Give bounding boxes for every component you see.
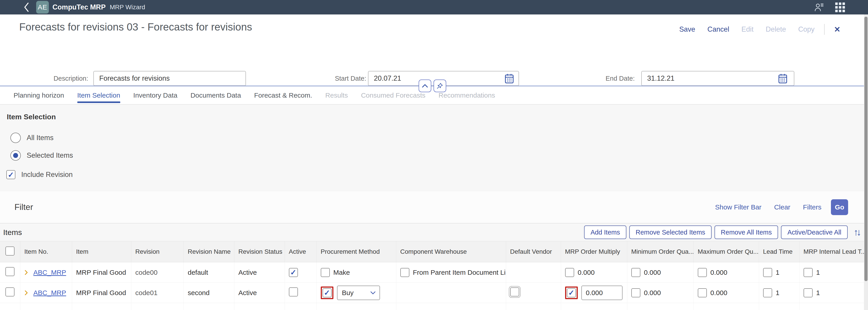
- col-revision-name[interactable]: Revision Name: [184, 241, 234, 262]
- table-row: ABC_MRP MRP Final Good code00 default Ac…: [0, 262, 868, 283]
- col-active[interactable]: Active: [285, 241, 316, 262]
- delete-button: Delete: [766, 25, 786, 33]
- mrp-internal-lead-value: 1: [816, 269, 820, 276]
- filter-title: Filter: [14, 203, 33, 212]
- app-avatar: AE: [36, 1, 49, 13]
- include-revision-checkbox[interactable]: [6, 170, 16, 179]
- show-filter-bar-link[interactable]: Show Filter Bar: [715, 203, 762, 211]
- tab-item-selection[interactable]: Item Selection: [77, 86, 120, 104]
- tab-planning-horizon[interactable]: Planning horizon: [13, 86, 64, 104]
- description-label: Description:: [19, 71, 88, 86]
- procurement-override-checkbox[interactable]: [321, 268, 330, 277]
- tab-results: Results: [325, 86, 348, 104]
- tab-forecast-recom[interactable]: Forecast & Recom.: [254, 86, 312, 104]
- revision-status-cell: Active: [234, 283, 285, 303]
- internal-lead-override-checkbox[interactable]: [804, 288, 813, 297]
- max-order-override-checkbox[interactable]: [698, 288, 707, 297]
- min-order-override-checkbox[interactable]: [631, 268, 640, 277]
- item-no-link[interactable]: ABC_MRP: [33, 269, 66, 276]
- col-mrp-order-multiply[interactable]: MRP Order Multiply: [561, 241, 627, 262]
- col-item[interactable]: Item: [72, 241, 131, 262]
- item-selection-heading: Item Selection: [7, 113, 56, 121]
- sort-icon[interactable]: ↑↓: [854, 227, 860, 238]
- go-button[interactable]: Go: [831, 199, 848, 215]
- end-date-input[interactable]: [641, 71, 794, 86]
- procurement-method-value: Make: [333, 269, 350, 276]
- filter-bar: Filter Show Filter Bar Clear Filters Go: [0, 191, 868, 223]
- end-date-calendar-icon[interactable]: [778, 73, 787, 84]
- procurement-override-checkbox[interactable]: [322, 288, 332, 297]
- expand-chevron-icon[interactable]: [24, 290, 28, 296]
- filters-link[interactable]: Filters: [803, 203, 822, 211]
- tab-recommendations: Recommendations: [438, 86, 495, 104]
- revision-cell: code01: [131, 283, 184, 303]
- app-launcher-grid-icon[interactable]: [835, 2, 845, 12]
- col-maximum-order-qty[interactable]: Maximum Order Qu...: [693, 241, 759, 262]
- active-deactive-all-button[interactable]: Active/Deactive All: [781, 225, 848, 239]
- expand-chevron-icon[interactable]: [24, 270, 28, 275]
- vendor-override-checkbox[interactable]: [510, 287, 519, 297]
- multiply-override-checkbox[interactable]: [565, 268, 574, 277]
- max-order-override-checkbox[interactable]: [698, 268, 707, 277]
- pin-header-button[interactable]: [434, 80, 446, 92]
- mrp-order-multiply-value: 0.000: [578, 269, 595, 276]
- col-mrp-internal-lead-time[interactable]: MRP Internal Lead T...: [799, 241, 868, 262]
- chevron-up-icon: [422, 84, 428, 88]
- back-button[interactable]: [24, 2, 29, 12]
- all-items-label: All Items: [27, 134, 54, 142]
- remove-all-items-button[interactable]: Remove All Items: [715, 225, 778, 239]
- description-input[interactable]: [93, 71, 246, 86]
- active-checkbox[interactable]: [289, 287, 298, 297]
- collapse-header-button[interactable]: [418, 80, 431, 92]
- start-date-calendar-icon[interactable]: [504, 73, 514, 84]
- start-date-label: Start Date:: [312, 71, 366, 86]
- remove-selected-items-button[interactable]: Remove Selected Items: [629, 225, 712, 239]
- item-cell: MRP Final Good: [72, 262, 131, 283]
- clear-link[interactable]: Clear: [774, 203, 790, 211]
- select-all-checkbox[interactable]: [5, 247, 14, 255]
- item-no-link[interactable]: ABC_MRP: [33, 289, 66, 297]
- lead-time-override-checkbox[interactable]: [763, 268, 772, 277]
- active-checkbox[interactable]: [289, 268, 298, 277]
- col-revision-status[interactable]: Revision Status: [234, 241, 285, 262]
- min-order-override-checkbox[interactable]: [631, 288, 640, 297]
- item-cell: MRP Final Good: [72, 283, 131, 303]
- vertical-scrollbar: [864, 14, 868, 310]
- scrollbar-thumb[interactable]: [864, 17, 868, 281]
- col-procurement-method[interactable]: Procurement Method: [316, 241, 396, 262]
- lead-time-override-checkbox[interactable]: [763, 288, 772, 297]
- copy-button: Copy: [798, 25, 814, 33]
- edit-button: Edit: [741, 25, 753, 33]
- col-item-no[interactable]: Item No.: [20, 241, 72, 262]
- actions-divider: [824, 24, 825, 35]
- minimum-order-qty-value: 0.000: [644, 289, 661, 297]
- internal-lead-override-checkbox[interactable]: [804, 268, 813, 277]
- mrp-order-multiply-input[interactable]: [581, 286, 622, 300]
- add-items-button[interactable]: Add Items: [584, 225, 626, 239]
- col-minimum-order-qty[interactable]: Minimum Order Qua...: [627, 241, 693, 262]
- procurement-method-select[interactable]: Buy: [337, 286, 380, 300]
- row-select-checkbox[interactable]: [5, 267, 14, 276]
- minimum-order-qty-value: 0.000: [644, 269, 661, 276]
- col-revision[interactable]: Revision: [131, 241, 184, 262]
- tab-inventory-data[interactable]: Inventory Data: [133, 86, 178, 104]
- col-default-vendor[interactable]: Default Vendor: [506, 241, 561, 262]
- warehouse-override-checkbox[interactable]: [400, 268, 409, 277]
- maximum-order-qty-value: 0.000: [710, 289, 727, 297]
- lead-time-value: 1: [776, 289, 780, 297]
- save-button[interactable]: Save: [679, 25, 695, 33]
- red-highlight-frame: [321, 286, 333, 299]
- mrp-internal-lead-value: 1: [816, 289, 820, 297]
- header-actions: Save Cancel Edit Delete Copy ✕: [679, 23, 840, 36]
- col-component-warehouse[interactable]: Component Warehouse: [396, 241, 506, 262]
- selected-items-radio[interactable]: [10, 150, 21, 161]
- close-button[interactable]: ✕: [834, 25, 841, 34]
- user-account-icon[interactable]: [814, 2, 825, 12]
- row-select-checkbox[interactable]: [5, 287, 14, 297]
- cancel-button[interactable]: Cancel: [708, 25, 730, 33]
- all-items-radio[interactable]: [10, 133, 21, 143]
- multiply-override-checkbox[interactable]: [567, 288, 576, 297]
- component-warehouse-cell: [396, 283, 506, 303]
- tab-documents-data[interactable]: Documents Data: [191, 86, 241, 104]
- col-lead-time[interactable]: Lead Time: [759, 241, 799, 262]
